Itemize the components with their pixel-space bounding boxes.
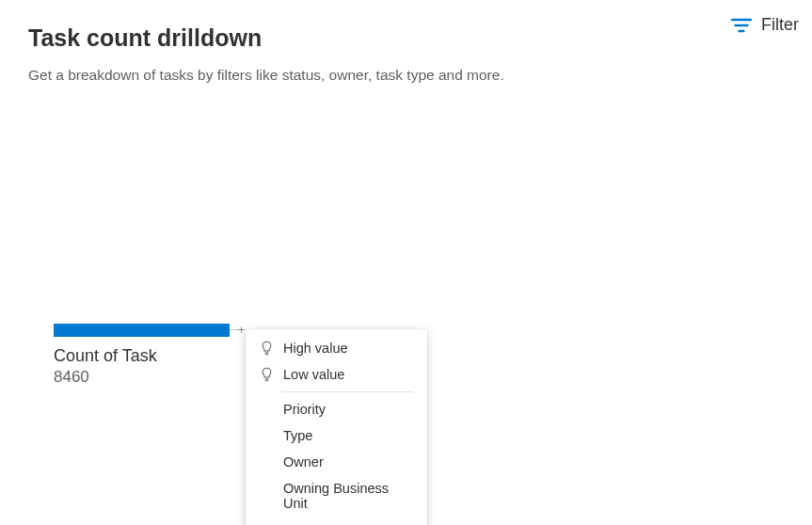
dropdown-item-label: Owner bbox=[283, 454, 324, 469]
header-row: Task count drilldown Get a breakdown of … bbox=[0, 0, 812, 84]
page-subtitle: Get a breakdown of tasks by filters like… bbox=[28, 67, 504, 84]
dropdown-item-label: Owning Business Unit bbox=[283, 481, 412, 511]
dropdown-item-owner[interactable]: Owner bbox=[246, 449, 427, 475]
filter-button[interactable]: Filter bbox=[727, 11, 804, 39]
filter-label: Filter bbox=[761, 15, 799, 35]
lightbulb-icon bbox=[259, 341, 274, 356]
dropdown-item-label: Priority bbox=[283, 402, 326, 417]
metric-value: 8460 bbox=[54, 368, 230, 387]
filter-icon bbox=[731, 17, 752, 34]
metric-label: Count of Task bbox=[54, 346, 230, 366]
drilldown-dropdown: High value Low value Priority Type Owner… bbox=[246, 329, 427, 525]
dropdown-item-low-value[interactable]: Low value bbox=[246, 361, 427, 388]
dropdown-item-high-value[interactable]: High value bbox=[246, 335, 427, 361]
metric-node[interactable]: Count of Task 8460 bbox=[54, 324, 230, 387]
lightbulb-icon bbox=[259, 367, 274, 382]
page-title: Task count drilldown bbox=[28, 24, 504, 52]
dropdown-separator bbox=[281, 391, 414, 392]
dropdown-item-priority[interactable]: Priority bbox=[246, 396, 427, 422]
dropdown-item-owning-business-unit[interactable]: Owning Business Unit bbox=[246, 475, 427, 517]
dropdown-item-label: Low value bbox=[283, 367, 344, 382]
dropdown-item-type[interactable]: Type bbox=[246, 422, 427, 449]
metric-bar bbox=[54, 324, 230, 337]
dropdown-item-label: Type bbox=[283, 428, 312, 443]
title-block: Task count drilldown Get a breakdown of … bbox=[28, 11, 504, 84]
dropdown-item-label: High value bbox=[283, 341, 348, 356]
dropdown-item-status[interactable]: Status bbox=[246, 517, 427, 525]
